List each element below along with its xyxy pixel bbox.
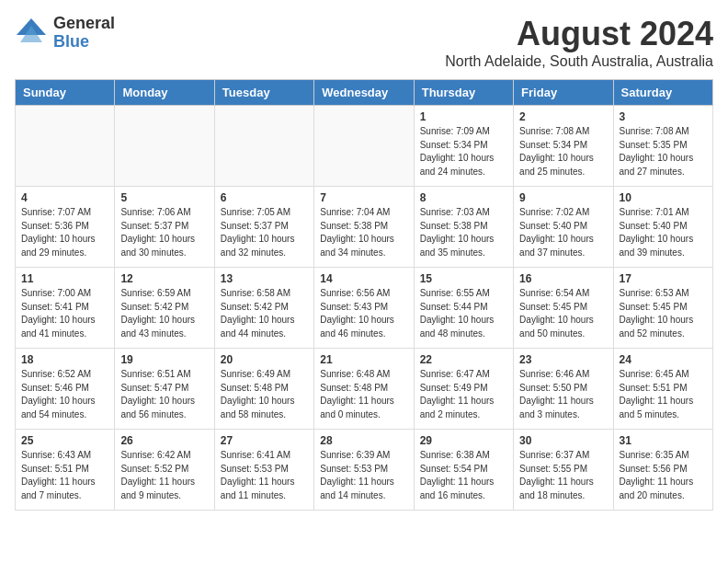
day-info: Sunrise: 6:35 AM Sunset: 5:56 PM Dayligh… xyxy=(620,449,707,502)
calendar-week-5: 25Sunrise: 6:43 AM Sunset: 5:51 PM Dayli… xyxy=(16,430,713,511)
day-info: Sunrise: 7:07 AM Sunset: 5:36 PM Dayligh… xyxy=(21,206,108,259)
calendar-cell: 18Sunrise: 6:52 AM Sunset: 5:46 PM Dayli… xyxy=(16,349,115,430)
calendar-cell xyxy=(16,106,115,187)
day-number: 10 xyxy=(620,191,707,204)
calendar-week-2: 4Sunrise: 7:07 AM Sunset: 5:36 PM Daylig… xyxy=(16,187,713,268)
day-info: Sunrise: 6:59 AM Sunset: 5:42 PM Dayligh… xyxy=(120,287,208,340)
weekday-header-tuesday: Tuesday xyxy=(214,80,313,106)
day-info: Sunrise: 7:01 AM Sunset: 5:40 PM Dayligh… xyxy=(620,206,707,259)
calendar-cell: 6Sunrise: 7:05 AM Sunset: 5:37 PM Daylig… xyxy=(214,187,313,268)
day-number: 17 xyxy=(620,272,707,285)
calendar-cell: 14Sunrise: 6:56 AM Sunset: 5:43 PM Dayli… xyxy=(314,268,414,349)
weekday-header-row: SundayMondayTuesdayWednesdayThursdayFrid… xyxy=(16,80,713,106)
calendar-cell: 19Sunrise: 6:51 AM Sunset: 5:47 PM Dayli… xyxy=(115,349,214,430)
day-number: 21 xyxy=(320,353,407,366)
calendar-cell: 27Sunrise: 6:41 AM Sunset: 5:53 PM Dayli… xyxy=(214,430,313,511)
calendar-cell: 24Sunrise: 6:45 AM Sunset: 5:51 PM Dayli… xyxy=(613,349,712,430)
day-number: 9 xyxy=(519,191,607,204)
calendar-cell: 1Sunrise: 7:09 AM Sunset: 5:34 PM Daylig… xyxy=(414,106,513,187)
calendar-week-1: 1Sunrise: 7:09 AM Sunset: 5:34 PM Daylig… xyxy=(16,106,713,187)
calendar-cell: 16Sunrise: 6:54 AM Sunset: 5:45 PM Dayli… xyxy=(514,268,613,349)
day-number: 8 xyxy=(420,191,507,204)
day-number: 16 xyxy=(519,272,607,285)
day-info: Sunrise: 6:54 AM Sunset: 5:45 PM Dayligh… xyxy=(519,287,607,340)
day-info: Sunrise: 7:05 AM Sunset: 5:37 PM Dayligh… xyxy=(221,206,308,259)
day-number: 15 xyxy=(420,272,507,285)
logo-general-text: General xyxy=(53,15,115,33)
logo-blue-text: Blue xyxy=(53,33,115,52)
day-number: 12 xyxy=(120,272,208,285)
day-info: Sunrise: 7:02 AM Sunset: 5:40 PM Dayligh… xyxy=(519,206,607,259)
day-info: Sunrise: 7:06 AM Sunset: 5:37 PM Dayligh… xyxy=(120,206,208,259)
day-number: 11 xyxy=(21,272,108,285)
day-number: 2 xyxy=(519,110,607,123)
calendar-cell: 5Sunrise: 7:06 AM Sunset: 5:37 PM Daylig… xyxy=(115,187,214,268)
day-number: 1 xyxy=(420,110,507,123)
calendar-cell: 17Sunrise: 6:53 AM Sunset: 5:45 PM Dayli… xyxy=(613,268,712,349)
weekday-header-sunday: Sunday xyxy=(16,80,115,106)
day-info: Sunrise: 6:48 AM Sunset: 5:48 PM Dayligh… xyxy=(320,368,407,421)
day-number: 23 xyxy=(519,353,607,366)
day-number: 7 xyxy=(320,191,407,204)
calendar-cell: 4Sunrise: 7:07 AM Sunset: 5:36 PM Daylig… xyxy=(16,187,115,268)
calendar-cell: 9Sunrise: 7:02 AM Sunset: 5:40 PM Daylig… xyxy=(514,187,613,268)
day-number: 5 xyxy=(120,191,208,204)
day-number: 27 xyxy=(221,434,308,447)
day-info: Sunrise: 6:58 AM Sunset: 5:42 PM Dayligh… xyxy=(221,287,308,340)
day-info: Sunrise: 7:03 AM Sunset: 5:38 PM Dayligh… xyxy=(420,206,507,259)
day-info: Sunrise: 7:04 AM Sunset: 5:38 PM Dayligh… xyxy=(320,206,407,259)
calendar-cell xyxy=(214,106,313,187)
day-number: 20 xyxy=(221,353,308,366)
day-number: 30 xyxy=(519,434,607,447)
calendar-cell: 23Sunrise: 6:46 AM Sunset: 5:50 PM Dayli… xyxy=(514,349,613,430)
calendar-cell xyxy=(314,106,414,187)
day-number: 24 xyxy=(620,353,707,366)
day-number: 3 xyxy=(620,110,707,123)
day-info: Sunrise: 6:43 AM Sunset: 5:51 PM Dayligh… xyxy=(21,449,108,502)
day-number: 22 xyxy=(420,353,507,366)
month-title: August 2024 xyxy=(445,15,713,53)
day-number: 13 xyxy=(221,272,308,285)
day-info: Sunrise: 6:39 AM Sunset: 5:53 PM Dayligh… xyxy=(320,449,407,502)
calendar-cell: 30Sunrise: 6:37 AM Sunset: 5:55 PM Dayli… xyxy=(514,430,613,511)
day-number: 31 xyxy=(620,434,707,447)
weekday-header-thursday: Thursday xyxy=(414,80,513,106)
page-header: General Blue August 2024 North Adelaide,… xyxy=(15,15,713,70)
calendar-cell: 26Sunrise: 6:42 AM Sunset: 5:52 PM Dayli… xyxy=(115,430,214,511)
day-number: 18 xyxy=(21,353,108,366)
calendar-cell: 13Sunrise: 6:58 AM Sunset: 5:42 PM Dayli… xyxy=(214,268,313,349)
calendar-cell: 29Sunrise: 6:38 AM Sunset: 5:54 PM Dayli… xyxy=(414,430,513,511)
day-info: Sunrise: 6:56 AM Sunset: 5:43 PM Dayligh… xyxy=(320,287,407,340)
day-number: 14 xyxy=(320,272,407,285)
logo: General Blue xyxy=(15,15,115,52)
day-info: Sunrise: 6:51 AM Sunset: 5:47 PM Dayligh… xyxy=(120,368,208,421)
calendar-cell: 31Sunrise: 6:35 AM Sunset: 5:56 PM Dayli… xyxy=(613,430,712,511)
day-number: 28 xyxy=(320,434,407,447)
calendar-cell: 28Sunrise: 6:39 AM Sunset: 5:53 PM Dayli… xyxy=(314,430,414,511)
day-info: Sunrise: 6:46 AM Sunset: 5:50 PM Dayligh… xyxy=(519,368,607,421)
logo-text: General Blue xyxy=(53,15,115,52)
calendar-cell: 21Sunrise: 6:48 AM Sunset: 5:48 PM Dayli… xyxy=(314,349,414,430)
calendar-cell xyxy=(115,106,214,187)
day-info: Sunrise: 7:08 AM Sunset: 5:35 PM Dayligh… xyxy=(620,125,707,178)
day-info: Sunrise: 6:37 AM Sunset: 5:55 PM Dayligh… xyxy=(519,449,607,502)
calendar-cell: 8Sunrise: 7:03 AM Sunset: 5:38 PM Daylig… xyxy=(414,187,513,268)
day-info: Sunrise: 6:52 AM Sunset: 5:46 PM Dayligh… xyxy=(21,368,108,421)
day-info: Sunrise: 6:55 AM Sunset: 5:44 PM Dayligh… xyxy=(420,287,507,340)
day-info: Sunrise: 7:00 AM Sunset: 5:41 PM Dayligh… xyxy=(21,287,108,340)
calendar-cell: 20Sunrise: 6:49 AM Sunset: 5:48 PM Dayli… xyxy=(214,349,313,430)
calendar-cell: 25Sunrise: 6:43 AM Sunset: 5:51 PM Dayli… xyxy=(16,430,115,511)
calendar-week-4: 18Sunrise: 6:52 AM Sunset: 5:46 PM Dayli… xyxy=(16,349,713,430)
day-number: 25 xyxy=(21,434,108,447)
day-number: 29 xyxy=(420,434,507,447)
calendar-cell: 7Sunrise: 7:04 AM Sunset: 5:38 PM Daylig… xyxy=(314,187,414,268)
weekday-header-monday: Monday xyxy=(115,80,214,106)
calendar-cell: 3Sunrise: 7:08 AM Sunset: 5:35 PM Daylig… xyxy=(613,106,712,187)
day-info: Sunrise: 6:38 AM Sunset: 5:54 PM Dayligh… xyxy=(420,449,507,502)
weekday-header-saturday: Saturday xyxy=(613,80,712,106)
day-info: Sunrise: 6:45 AM Sunset: 5:51 PM Dayligh… xyxy=(620,368,707,421)
calendar-cell: 12Sunrise: 6:59 AM Sunset: 5:42 PM Dayli… xyxy=(115,268,214,349)
calendar-cell: 15Sunrise: 6:55 AM Sunset: 5:44 PM Dayli… xyxy=(414,268,513,349)
weekday-header-wednesday: Wednesday xyxy=(314,80,414,106)
day-number: 4 xyxy=(21,191,108,204)
